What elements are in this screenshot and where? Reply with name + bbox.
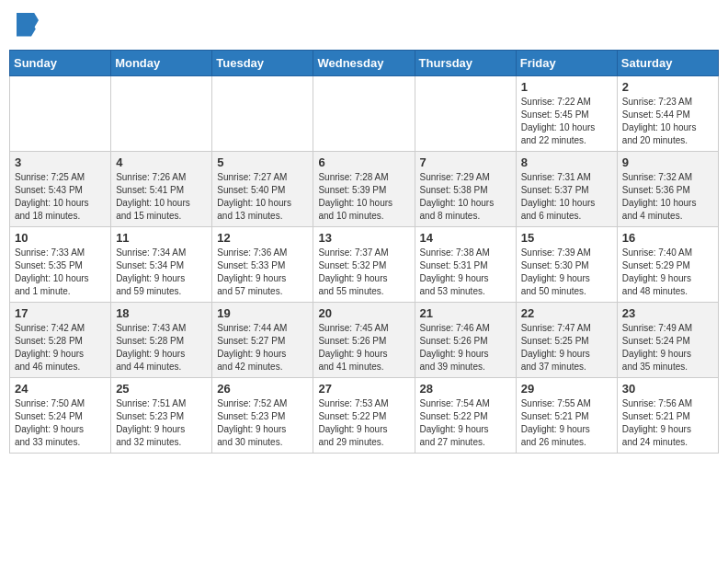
weekday-header-saturday: Saturday [617, 51, 718, 76]
cell-info: Sunrise: 7:33 AM Sunset: 5:35 PM Dayligh… [15, 247, 106, 298]
cell-info: Sunrise: 7:50 AM Sunset: 5:24 PM Dayligh… [15, 397, 106, 449]
cell-info: Sunrise: 7:23 AM Sunset: 5:44 PM Dayligh… [622, 96, 713, 147]
calendar-cell: 15Sunrise: 7:39 AM Sunset: 5:30 PM Dayli… [516, 227, 617, 303]
week-row-2: 3Sunrise: 7:25 AM Sunset: 5:43 PM Daylig… [10, 152, 719, 227]
day-number: 24 [15, 382, 106, 396]
cell-info: Sunrise: 7:49 AM Sunset: 5:24 PM Dayligh… [622, 322, 713, 373]
cell-info: Sunrise: 7:36 AM Sunset: 5:33 PM Dayligh… [217, 247, 308, 298]
calendar-cell [313, 76, 415, 152]
calendar-cell: 26Sunrise: 7:52 AM Sunset: 5:23 PM Dayli… [212, 378, 313, 454]
calendar-cell: 30Sunrise: 7:56 AM Sunset: 5:21 PM Dayli… [617, 378, 718, 454]
cell-info: Sunrise: 7:44 AM Sunset: 5:27 PM Dayligh… [217, 322, 308, 373]
cell-info: Sunrise: 7:38 AM Sunset: 5:31 PM Dayligh… [420, 247, 511, 298]
weekday-header-monday: Monday [111, 51, 212, 76]
calendar-cell: 21Sunrise: 7:46 AM Sunset: 5:26 PM Dayli… [415, 303, 516, 378]
cell-info: Sunrise: 7:29 AM Sunset: 5:38 PM Dayligh… [420, 171, 511, 223]
cell-info: Sunrise: 7:56 AM Sunset: 5:21 PM Dayligh… [622, 397, 713, 449]
calendar-cell [415, 76, 516, 152]
day-number: 19 [217, 306, 308, 320]
day-number: 8 [521, 155, 612, 169]
calendar-cell: 6Sunrise: 7:28 AM Sunset: 5:39 PM Daylig… [313, 152, 415, 227]
day-number: 17 [15, 306, 106, 320]
calendar-cell: 11Sunrise: 7:34 AM Sunset: 5:34 PM Dayli… [111, 227, 212, 303]
cell-info: Sunrise: 7:42 AM Sunset: 5:28 PM Dayligh… [15, 322, 106, 373]
day-number: 30 [622, 382, 713, 396]
calendar-cell: 3Sunrise: 7:25 AM Sunset: 5:43 PM Daylig… [10, 152, 111, 227]
cell-info: Sunrise: 7:43 AM Sunset: 5:28 PM Dayligh… [116, 322, 207, 373]
calendar-cell: 12Sunrise: 7:36 AM Sunset: 5:33 PM Dayli… [212, 227, 313, 303]
weekday-header-thursday: Thursday [415, 51, 516, 76]
cell-info: Sunrise: 7:45 AM Sunset: 5:26 PM Dayligh… [318, 322, 409, 373]
day-number: 21 [420, 306, 511, 320]
cell-info: Sunrise: 7:39 AM Sunset: 5:30 PM Dayligh… [521, 247, 612, 298]
day-number: 9 [622, 155, 713, 169]
cell-info: Sunrise: 7:32 AM Sunset: 5:36 PM Dayligh… [622, 171, 713, 223]
cell-info: Sunrise: 7:26 AM Sunset: 5:41 PM Dayligh… [116, 171, 207, 223]
calendar-cell: 5Sunrise: 7:27 AM Sunset: 5:40 PM Daylig… [212, 152, 313, 227]
cell-info: Sunrise: 7:40 AM Sunset: 5:29 PM Dayligh… [622, 247, 713, 298]
calendar-cell: 13Sunrise: 7:37 AM Sunset: 5:32 PM Dayli… [313, 227, 415, 303]
day-number: 1 [521, 80, 612, 94]
cell-info: Sunrise: 7:28 AM Sunset: 5:39 PM Dayligh… [318, 171, 409, 223]
calendar-cell: 10Sunrise: 7:33 AM Sunset: 5:35 PM Dayli… [10, 227, 111, 303]
cell-info: Sunrise: 7:54 AM Sunset: 5:22 PM Dayligh… [420, 397, 511, 449]
calendar-cell: 2Sunrise: 7:23 AM Sunset: 5:44 PM Daylig… [617, 76, 718, 152]
day-number: 16 [622, 231, 713, 245]
day-number: 10 [15, 231, 106, 245]
calendar-cell: 20Sunrise: 7:45 AM Sunset: 5:26 PM Dayli… [313, 303, 415, 378]
week-row-5: 24Sunrise: 7:50 AM Sunset: 5:24 PM Dayli… [10, 378, 719, 454]
day-number: 29 [521, 382, 612, 396]
day-number: 28 [420, 382, 511, 396]
week-row-3: 10Sunrise: 7:33 AM Sunset: 5:35 PM Dayli… [10, 227, 719, 303]
day-number: 18 [116, 306, 207, 320]
day-number: 7 [420, 155, 511, 169]
day-number: 4 [116, 155, 207, 169]
cell-info: Sunrise: 7:47 AM Sunset: 5:25 PM Dayligh… [521, 322, 612, 373]
cell-info: Sunrise: 7:22 AM Sunset: 5:45 PM Dayligh… [521, 96, 612, 147]
calendar-cell: 1Sunrise: 7:22 AM Sunset: 5:45 PM Daylig… [516, 76, 617, 152]
day-number: 23 [622, 306, 713, 320]
weekday-header-friday: Friday [516, 51, 617, 76]
day-number: 26 [217, 382, 308, 396]
calendar-cell: 14Sunrise: 7:38 AM Sunset: 5:31 PM Dayli… [415, 227, 516, 303]
calendar-cell: 29Sunrise: 7:55 AM Sunset: 5:21 PM Dayli… [516, 378, 617, 454]
weekday-header-wednesday: Wednesday [313, 51, 415, 76]
logo-icon [17, 13, 39, 39]
weekday-header-tuesday: Tuesday [212, 51, 313, 76]
calendar-table: SundayMondayTuesdayWednesdayThursdayFrid… [9, 50, 719, 454]
calendar-cell: 17Sunrise: 7:42 AM Sunset: 5:28 PM Dayli… [10, 303, 111, 378]
day-number: 11 [116, 231, 207, 245]
weekday-header-sunday: Sunday [10, 51, 111, 76]
calendar-cell [212, 76, 313, 152]
calendar-cell [111, 76, 212, 152]
day-number: 6 [318, 155, 409, 169]
calendar-cell: 9Sunrise: 7:32 AM Sunset: 5:36 PM Daylig… [617, 152, 718, 227]
calendar-cell: 22Sunrise: 7:47 AM Sunset: 5:25 PM Dayli… [516, 303, 617, 378]
calendar-cell: 7Sunrise: 7:29 AM Sunset: 5:38 PM Daylig… [415, 152, 516, 227]
day-number: 3 [15, 155, 106, 169]
calendar-cell: 8Sunrise: 7:31 AM Sunset: 5:37 PM Daylig… [516, 152, 617, 227]
weekday-header-row: SundayMondayTuesdayWednesdayThursdayFrid… [10, 51, 719, 76]
page-header [9, 9, 719, 42]
day-number: 27 [318, 382, 409, 396]
day-number: 20 [318, 306, 409, 320]
cell-info: Sunrise: 7:51 AM Sunset: 5:23 PM Dayligh… [116, 397, 207, 449]
calendar-cell: 4Sunrise: 7:26 AM Sunset: 5:41 PM Daylig… [111, 152, 212, 227]
day-number: 5 [217, 155, 308, 169]
cell-info: Sunrise: 7:46 AM Sunset: 5:26 PM Dayligh… [420, 322, 511, 373]
calendar-cell: 28Sunrise: 7:54 AM Sunset: 5:22 PM Dayli… [415, 378, 516, 454]
cell-info: Sunrise: 7:55 AM Sunset: 5:21 PM Dayligh… [521, 397, 612, 449]
day-number: 15 [521, 231, 612, 245]
cell-info: Sunrise: 7:53 AM Sunset: 5:22 PM Dayligh… [318, 397, 409, 449]
calendar-cell: 19Sunrise: 7:44 AM Sunset: 5:27 PM Dayli… [212, 303, 313, 378]
cell-info: Sunrise: 7:31 AM Sunset: 5:37 PM Dayligh… [521, 171, 612, 223]
calendar-cell [10, 76, 111, 152]
day-number: 13 [318, 231, 409, 245]
calendar-cell: 24Sunrise: 7:50 AM Sunset: 5:24 PM Dayli… [10, 378, 111, 454]
cell-info: Sunrise: 7:52 AM Sunset: 5:23 PM Dayligh… [217, 397, 308, 449]
week-row-1: 1Sunrise: 7:22 AM Sunset: 5:45 PM Daylig… [10, 76, 719, 152]
calendar-cell: 27Sunrise: 7:53 AM Sunset: 5:22 PM Dayli… [313, 378, 415, 454]
calendar-cell: 18Sunrise: 7:43 AM Sunset: 5:28 PM Dayli… [111, 303, 212, 378]
calendar-cell: 25Sunrise: 7:51 AM Sunset: 5:23 PM Dayli… [111, 378, 212, 454]
calendar-cell: 23Sunrise: 7:49 AM Sunset: 5:24 PM Dayli… [617, 303, 718, 378]
